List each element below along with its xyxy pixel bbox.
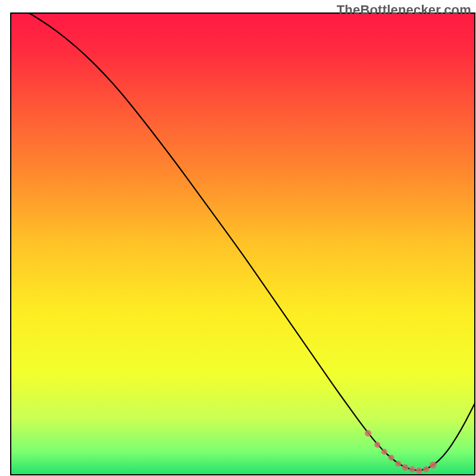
attribution-label: TheBottlenecker.com bbox=[337, 2, 471, 18]
bottleneck-chart bbox=[0, 0, 476, 476]
chart-container: TheBottlenecker.com bbox=[0, 0, 476, 476]
valley-marker bbox=[409, 466, 415, 472]
valley-marker bbox=[374, 442, 380, 448]
valley-marker bbox=[365, 430, 371, 437]
valley-marker bbox=[423, 466, 429, 472]
valley-marker bbox=[381, 449, 387, 455]
valley-marker bbox=[416, 468, 422, 474]
plot-area bbox=[11, 13, 475, 475]
valley-marker bbox=[430, 462, 437, 469]
valley-marker bbox=[402, 464, 409, 471]
valley-marker bbox=[389, 455, 394, 461]
gradient-background bbox=[11, 13, 475, 475]
valley-marker bbox=[395, 461, 401, 466]
